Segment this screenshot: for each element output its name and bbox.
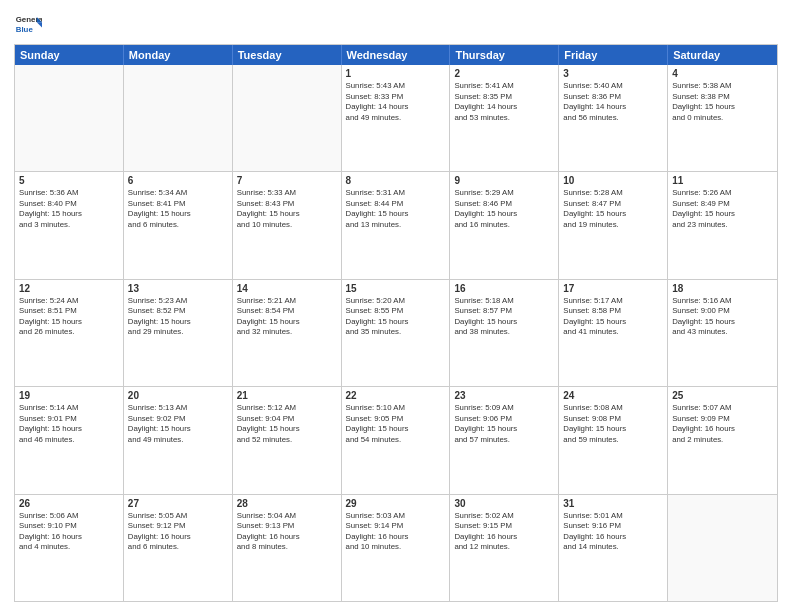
logo: General Blue — [14, 10, 46, 38]
calendar-cell: 15Sunrise: 5:20 AMSunset: 8:55 PMDayligh… — [342, 280, 451, 386]
day-number: 25 — [672, 390, 773, 401]
calendar-cell: 17Sunrise: 5:17 AMSunset: 8:58 PMDayligh… — [559, 280, 668, 386]
calendar-cell: 24Sunrise: 5:08 AMSunset: 9:08 PMDayligh… — [559, 387, 668, 493]
calendar-cell: 2Sunrise: 5:41 AMSunset: 8:35 PMDaylight… — [450, 65, 559, 171]
cell-info: Sunrise: 5:31 AMSunset: 8:44 PMDaylight:… — [346, 188, 446, 230]
day-number: 22 — [346, 390, 446, 401]
calendar-cell: 1Sunrise: 5:43 AMSunset: 8:33 PMDaylight… — [342, 65, 451, 171]
day-number: 16 — [454, 283, 554, 294]
calendar-cell: 31Sunrise: 5:01 AMSunset: 9:16 PMDayligh… — [559, 495, 668, 601]
day-number: 1 — [346, 68, 446, 79]
calendar-row-1: 1Sunrise: 5:43 AMSunset: 8:33 PMDaylight… — [15, 65, 777, 171]
calendar-cell: 16Sunrise: 5:18 AMSunset: 8:57 PMDayligh… — [450, 280, 559, 386]
day-number: 8 — [346, 175, 446, 186]
day-number: 21 — [237, 390, 337, 401]
calendar-header: SundayMondayTuesdayWednesdayThursdayFrid… — [15, 45, 777, 65]
cell-info: Sunrise: 5:38 AMSunset: 8:38 PMDaylight:… — [672, 81, 773, 123]
cell-info: Sunrise: 5:05 AMSunset: 9:12 PMDaylight:… — [128, 511, 228, 553]
calendar-cell: 9Sunrise: 5:29 AMSunset: 8:46 PMDaylight… — [450, 172, 559, 278]
day-number: 3 — [563, 68, 663, 79]
logo-icon: General Blue — [14, 10, 42, 38]
cell-info: Sunrise: 5:08 AMSunset: 9:08 PMDaylight:… — [563, 403, 663, 445]
header-day-sunday: Sunday — [15, 45, 124, 65]
day-number: 9 — [454, 175, 554, 186]
day-number: 24 — [563, 390, 663, 401]
calendar-row-3: 12Sunrise: 5:24 AMSunset: 8:51 PMDayligh… — [15, 279, 777, 386]
cell-info: Sunrise: 5:17 AMSunset: 8:58 PMDaylight:… — [563, 296, 663, 338]
day-number: 7 — [237, 175, 337, 186]
calendar-body: 1Sunrise: 5:43 AMSunset: 8:33 PMDaylight… — [15, 65, 777, 601]
day-number: 14 — [237, 283, 337, 294]
cell-info: Sunrise: 5:41 AMSunset: 8:35 PMDaylight:… — [454, 81, 554, 123]
cell-info: Sunrise: 5:09 AMSunset: 9:06 PMDaylight:… — [454, 403, 554, 445]
calendar: SundayMondayTuesdayWednesdayThursdayFrid… — [14, 44, 778, 602]
calendar-cell — [15, 65, 124, 171]
day-number: 29 — [346, 498, 446, 509]
day-number: 13 — [128, 283, 228, 294]
cell-info: Sunrise: 5:36 AMSunset: 8:40 PMDaylight:… — [19, 188, 119, 230]
cell-info: Sunrise: 5:24 AMSunset: 8:51 PMDaylight:… — [19, 296, 119, 338]
cell-info: Sunrise: 5:03 AMSunset: 9:14 PMDaylight:… — [346, 511, 446, 553]
calendar-cell: 30Sunrise: 5:02 AMSunset: 9:15 PMDayligh… — [450, 495, 559, 601]
calendar-cell — [124, 65, 233, 171]
cell-info: Sunrise: 5:29 AMSunset: 8:46 PMDaylight:… — [454, 188, 554, 230]
calendar-cell — [233, 65, 342, 171]
calendar-cell: 20Sunrise: 5:13 AMSunset: 9:02 PMDayligh… — [124, 387, 233, 493]
day-number: 26 — [19, 498, 119, 509]
header-day-friday: Friday — [559, 45, 668, 65]
cell-info: Sunrise: 5:07 AMSunset: 9:09 PMDaylight:… — [672, 403, 773, 445]
calendar-cell — [668, 495, 777, 601]
calendar-cell: 19Sunrise: 5:14 AMSunset: 9:01 PMDayligh… — [15, 387, 124, 493]
cell-info: Sunrise: 5:28 AMSunset: 8:47 PMDaylight:… — [563, 188, 663, 230]
header-day-tuesday: Tuesday — [233, 45, 342, 65]
day-number: 30 — [454, 498, 554, 509]
calendar-cell: 23Sunrise: 5:09 AMSunset: 9:06 PMDayligh… — [450, 387, 559, 493]
day-number: 31 — [563, 498, 663, 509]
cell-info: Sunrise: 5:23 AMSunset: 8:52 PMDaylight:… — [128, 296, 228, 338]
svg-text:Blue: Blue — [16, 25, 34, 34]
day-number: 6 — [128, 175, 228, 186]
calendar-cell: 8Sunrise: 5:31 AMSunset: 8:44 PMDaylight… — [342, 172, 451, 278]
cell-info: Sunrise: 5:40 AMSunset: 8:36 PMDaylight:… — [563, 81, 663, 123]
calendar-cell: 27Sunrise: 5:05 AMSunset: 9:12 PMDayligh… — [124, 495, 233, 601]
calendar-cell: 29Sunrise: 5:03 AMSunset: 9:14 PMDayligh… — [342, 495, 451, 601]
page: General Blue SundayMondayTuesdayWednesda… — [0, 0, 792, 612]
calendar-cell: 12Sunrise: 5:24 AMSunset: 8:51 PMDayligh… — [15, 280, 124, 386]
calendar-row-2: 5Sunrise: 5:36 AMSunset: 8:40 PMDaylight… — [15, 171, 777, 278]
cell-info: Sunrise: 5:13 AMSunset: 9:02 PMDaylight:… — [128, 403, 228, 445]
day-number: 12 — [19, 283, 119, 294]
day-number: 19 — [19, 390, 119, 401]
calendar-cell: 25Sunrise: 5:07 AMSunset: 9:09 PMDayligh… — [668, 387, 777, 493]
header: General Blue — [14, 10, 778, 38]
calendar-cell: 28Sunrise: 5:04 AMSunset: 9:13 PMDayligh… — [233, 495, 342, 601]
day-number: 5 — [19, 175, 119, 186]
calendar-cell: 6Sunrise: 5:34 AMSunset: 8:41 PMDaylight… — [124, 172, 233, 278]
day-number: 20 — [128, 390, 228, 401]
calendar-cell: 14Sunrise: 5:21 AMSunset: 8:54 PMDayligh… — [233, 280, 342, 386]
calendar-row-4: 19Sunrise: 5:14 AMSunset: 9:01 PMDayligh… — [15, 386, 777, 493]
cell-info: Sunrise: 5:34 AMSunset: 8:41 PMDaylight:… — [128, 188, 228, 230]
day-number: 28 — [237, 498, 337, 509]
calendar-cell: 22Sunrise: 5:10 AMSunset: 9:05 PMDayligh… — [342, 387, 451, 493]
header-day-monday: Monday — [124, 45, 233, 65]
cell-info: Sunrise: 5:12 AMSunset: 9:04 PMDaylight:… — [237, 403, 337, 445]
day-number: 10 — [563, 175, 663, 186]
cell-info: Sunrise: 5:21 AMSunset: 8:54 PMDaylight:… — [237, 296, 337, 338]
header-day-wednesday: Wednesday — [342, 45, 451, 65]
calendar-cell: 10Sunrise: 5:28 AMSunset: 8:47 PMDayligh… — [559, 172, 668, 278]
day-number: 15 — [346, 283, 446, 294]
cell-info: Sunrise: 5:10 AMSunset: 9:05 PMDaylight:… — [346, 403, 446, 445]
cell-info: Sunrise: 5:18 AMSunset: 8:57 PMDaylight:… — [454, 296, 554, 338]
calendar-cell: 7Sunrise: 5:33 AMSunset: 8:43 PMDaylight… — [233, 172, 342, 278]
cell-info: Sunrise: 5:33 AMSunset: 8:43 PMDaylight:… — [237, 188, 337, 230]
calendar-cell: 11Sunrise: 5:26 AMSunset: 8:49 PMDayligh… — [668, 172, 777, 278]
calendar-row-5: 26Sunrise: 5:06 AMSunset: 9:10 PMDayligh… — [15, 494, 777, 601]
cell-info: Sunrise: 5:20 AMSunset: 8:55 PMDaylight:… — [346, 296, 446, 338]
calendar-cell: 18Sunrise: 5:16 AMSunset: 9:00 PMDayligh… — [668, 280, 777, 386]
calendar-cell: 13Sunrise: 5:23 AMSunset: 8:52 PMDayligh… — [124, 280, 233, 386]
header-day-thursday: Thursday — [450, 45, 559, 65]
day-number: 2 — [454, 68, 554, 79]
calendar-cell: 21Sunrise: 5:12 AMSunset: 9:04 PMDayligh… — [233, 387, 342, 493]
calendar-cell: 4Sunrise: 5:38 AMSunset: 8:38 PMDaylight… — [668, 65, 777, 171]
cell-info: Sunrise: 5:14 AMSunset: 9:01 PMDaylight:… — [19, 403, 119, 445]
